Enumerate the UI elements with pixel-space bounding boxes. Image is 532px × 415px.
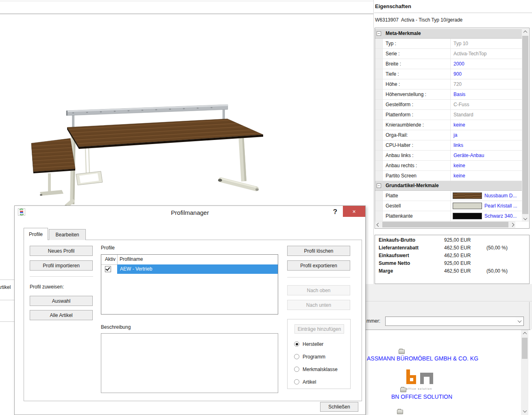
alle-artikel-button[interactable]: Alle Artikel [30, 310, 93, 320]
manufacturer-list: ASSMANN® BÜROMÖBEL GUTE ARBEIT. ASSMANN … [365, 330, 530, 415]
price-row: Einkaufs-Brutto925,00 EUR [375, 237, 529, 245]
nach-unten-button[interactable]: Nach unten [287, 300, 350, 310]
property-row[interactable]: Knieraumblende :keine [375, 120, 522, 130]
property-row[interactable]: Anbau links :Geräte-Anbau [375, 151, 522, 161]
material-swatch[interactable] [453, 192, 482, 199]
background-tab-artikel[interactable]: Artikel [0, 284, 14, 291]
profil-importieren-button[interactable]: Profil importieren [30, 260, 93, 271]
catalog-combo-input[interactable] [386, 317, 514, 325]
property-row[interactable]: Plattenform :Standard [375, 110, 522, 120]
property-row[interactable]: Anbau rechts :keine [375, 161, 522, 171]
material-swatch[interactable] [453, 203, 482, 209]
add-entries-group: Einträge hinzufügen Hersteller Programm … [287, 319, 351, 389]
folder-icon [399, 349, 405, 354]
tab-bearbeiten[interactable]: Bearbeiten [49, 229, 86, 240]
collapse-icon[interactable]: − [377, 31, 381, 36]
description-textarea[interactable] [101, 333, 278, 393]
section-header-grundartikel[interactable]: − Grundartikel-Merkmale [375, 181, 522, 191]
nach-oben-button[interactable]: Nach oben [287, 285, 350, 295]
property-label: Plattenform : [382, 110, 451, 120]
schliessen-button[interactable]: Schließen [320, 402, 358, 412]
folder-icon [397, 410, 403, 414]
close-button[interactable]: × [343, 206, 365, 217]
property-row[interactable]: CPU-Halter :links [375, 140, 522, 151]
property-label: Platte [382, 191, 451, 201]
property-row[interactable]: Gestellform :C-Fuss [375, 100, 522, 110]
beschreibung-label: Beschreibung [101, 324, 131, 330]
help-button[interactable]: ? [330, 207, 340, 217]
scrollbar-thumb[interactable] [522, 36, 528, 214]
column-profilname: Profilname [120, 256, 143, 262]
property-value: keine [451, 120, 522, 130]
radio-artikel[interactable] [294, 379, 299, 384]
scroll-up-button[interactable] [521, 330, 528, 337]
property-row[interactable]: PlatteNussbaum D... [375, 191, 522, 201]
property-row[interactable]: Partito Screenkeine [375, 171, 522, 181]
tab-profile[interactable]: Profile [24, 228, 48, 240]
property-row[interactable]: Breite :2000 [375, 59, 522, 69]
scroll-right-button[interactable] [509, 221, 515, 228]
catalog-combobox[interactable] [385, 317, 524, 326]
property-label: CPU-Halter : [382, 140, 451, 150]
application-window: Artikel [0, 0, 532, 415]
property-row[interactable]: PlattenkanteSchwarz 340... [375, 211, 522, 221]
panel-splitter[interactable] [373, 0, 374, 284]
manufacturer-item-assmann[interactable]: ASSMANN BÜROMÖBEL GMBH & CO. KG [367, 355, 478, 362]
divider [0, 13, 373, 14]
property-row[interactable]: Höhe :720 [375, 79, 522, 90]
radio-hersteller[interactable] [294, 341, 299, 347]
eintraege-hinzufuegen-button[interactable]: Einträge hinzufügen [294, 324, 344, 334]
divider [374, 13, 532, 13]
3d-viewport[interactable] [24, 98, 268, 208]
scroll-up-button[interactable] [522, 28, 529, 35]
neues-profil-button[interactable]: Neues Profil [30, 246, 93, 256]
profile-list[interactable]: Aktiv Profilname AEW - Vertrieb [101, 254, 278, 315]
chevron-right-icon [510, 223, 515, 227]
scroll-left-button[interactable] [375, 221, 382, 228]
radio-programm[interactable] [294, 354, 299, 359]
property-value: Geräte-Anbau [451, 151, 522, 160]
price-row: Summe Netto925,00 EUR [375, 260, 529, 268]
property-row[interactable]: Tiefe :900 [375, 69, 522, 79]
scrollbar-thumb[interactable] [382, 222, 508, 227]
property-value: Nussbaum D... [484, 191, 517, 201]
property-label: Höhe : [382, 79, 451, 89]
property-value: keine [451, 171, 522, 181]
property-row[interactable]: Höhenverstellung :Basis [375, 90, 522, 100]
article-name: Activa - Tisch Typ 10/gerade [401, 17, 462, 23]
property-label: Anbau rechts : [382, 161, 451, 170]
combo-dropdown-button[interactable] [516, 317, 523, 325]
property-value: C-Fuss [451, 100, 522, 109]
divider [0, 1, 373, 1]
collapse-icon[interactable]: − [377, 183, 381, 188]
dialog-title: Profilmanager [15, 209, 365, 216]
chevron-up-icon [523, 332, 527, 336]
property-value: 720 [451, 79, 522, 89]
property-row[interactable]: Orga-Rail:ja [375, 130, 522, 140]
grid-vertical-scrollbar[interactable] [522, 28, 529, 222]
material-swatch[interactable] [453, 213, 482, 219]
property-label: Höhenverstellung : [382, 90, 451, 99]
profile-active-checkbox[interactable] [105, 266, 111, 272]
property-row[interactable]: Typ :Typ 10 [375, 39, 522, 49]
profile-list-label: Profile [101, 245, 115, 251]
radio-merkmalsklasse[interactable] [294, 367, 299, 372]
property-row[interactable]: Serie :Activa-TechTop [375, 49, 522, 59]
auswahl-button[interactable]: Auswahl [30, 296, 93, 306]
divider [365, 301, 532, 301]
list-vertical-scrollbar[interactable] [521, 330, 528, 415]
scroll-down-button[interactable] [522, 215, 529, 222]
section-header-meta[interactable]: − Meta-Merkmale [375, 29, 522, 39]
scrollbar-thumb[interactable] [522, 338, 528, 359]
manufacturer-item-bn[interactable]: BN OFFICE SOLUTION [391, 393, 452, 400]
divider [0, 300, 14, 300]
property-row[interactable]: GestellPearl Kristall ... [375, 201, 522, 211]
profil-exportieren-button[interactable]: Profil exportieren [287, 260, 350, 271]
profil-loeschen-button[interactable]: Profil löschen [287, 246, 350, 256]
column-divider [117, 255, 118, 264]
scroll-down-button[interactable] [521, 408, 528, 415]
price-summary: Einkaufs-Brutto925,00 EUR Lieferantenrab… [375, 235, 530, 284]
grid-horizontal-scrollbar[interactable] [375, 221, 515, 228]
profile-row-selected[interactable]: AEW - Vertrieb [117, 264, 278, 274]
dialog-titlebar[interactable]: Profilmanager ? × [15, 206, 365, 221]
